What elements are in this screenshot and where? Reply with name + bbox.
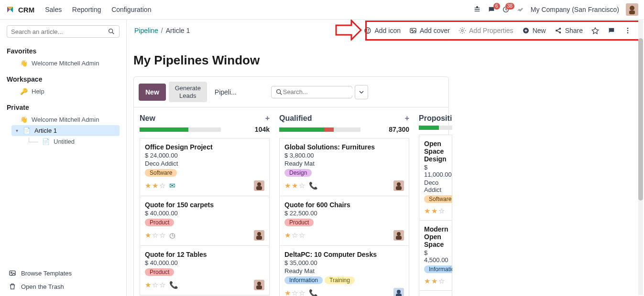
tag[interactable]: Design — [284, 169, 312, 177]
voip-icon[interactable] — [473, 6, 481, 13]
star-icon[interactable]: ★ — [424, 277, 430, 285]
tag[interactable]: Software — [424, 195, 452, 203]
star-icon[interactable]: ★ — [431, 207, 437, 215]
kanban-search[interactable] — [271, 86, 352, 98]
tag[interactable]: Information — [424, 265, 452, 273]
company-switch[interactable]: My Company (San Francisco) — [531, 6, 619, 13]
phone-icon[interactable]: 📞 — [309, 181, 318, 190]
card-customer: Ready Mat — [284, 267, 404, 275]
kanban-card[interactable]: Office Design Project $ 24,000.00 Deco A… — [140, 138, 270, 196]
tools-icon[interactable] — [516, 5, 524, 14]
more-menu-button[interactable] — [624, 27, 632, 34]
sidebar-private-root[interactable]: 👋Welcome Mitchell Admin — [17, 114, 120, 125]
kanban-column: Qualified+ 87,300 Global Solutions: Furn… — [279, 114, 409, 296]
share-button[interactable]: Share — [555, 27, 583, 34]
star-icon[interactable]: ☆ — [438, 277, 445, 285]
card-tags: Software — [145, 169, 264, 177]
kanban-card[interactable]: Modern Open Space $ 4,500.00 Information… — [419, 221, 452, 291]
messages-icon[interactable]: 6 — [488, 6, 495, 13]
star-icon[interactable]: ★ — [145, 231, 151, 240]
kanban-card[interactable]: Quote for 150 carpets $ 40,000.00 Produc… — [140, 196, 270, 246]
sidebar-fav-item[interactable]: 👋Welcome Mitchell Admin — [17, 58, 120, 69]
star-icon[interactable]: ★ — [145, 181, 151, 190]
star-icon[interactable]: ★ — [145, 281, 151, 289]
star-icon[interactable]: ☆ — [152, 281, 158, 289]
tag[interactable]: Information — [284, 276, 323, 284]
sidebar-untitled[interactable]: 📄Untitled — [26, 136, 120, 147]
card-priority: ★☆☆◷ — [145, 231, 175, 240]
star-icon[interactable]: ☆ — [299, 181, 305, 190]
kanban-card[interactable]: Quote for 600 Chairs $ 22,500.00 Product… — [279, 196, 409, 246]
generate-leads-button[interactable]: Generate Leads — [169, 82, 207, 102]
assignee-avatar[interactable] — [393, 288, 404, 296]
add-card-button[interactable]: + — [265, 114, 270, 123]
menu-configuration[interactable]: Configuration — [111, 6, 151, 13]
activities-icon[interactable]: 38 — [502, 6, 510, 13]
star-icon[interactable]: ☆ — [438, 207, 445, 215]
favorite-star-button[interactable] — [591, 27, 599, 34]
breadcrumb-root[interactable]: Pipeline — [134, 27, 158, 34]
kanban-card[interactable]: Global Solutions: Furnitures $ 3,800.00 … — [279, 138, 409, 196]
column-title[interactable]: New — [140, 114, 155, 123]
sidebar-help-item[interactable]: 🔑Help — [17, 86, 120, 97]
scrollbar-thumb[interactable] — [638, 38, 643, 201]
add-icon-button[interactable]: Add icon — [364, 27, 400, 34]
sidebar-search-input[interactable] — [11, 28, 108, 35]
add-card-button[interactable]: + — [405, 114, 409, 123]
browse-templates[interactable]: Browse Templates — [7, 266, 120, 280]
app-brand[interactable]: CRM — [18, 6, 34, 14]
scrollbar[interactable] — [638, 19, 643, 295]
menu-reporting[interactable]: Reporting — [72, 6, 101, 13]
tag[interactable]: Product — [145, 268, 174, 276]
star-icon[interactable]: ★ — [424, 207, 430, 215]
menu-sales[interactable]: Sales — [45, 6, 62, 13]
kanban-card[interactable]: Quote for 12 Tables $ 40,000.00 Product … — [140, 246, 270, 296]
filter-dropdown-button[interactable] — [355, 85, 368, 99]
open-trash[interactable]: Open the Trash — [7, 280, 120, 293]
column-title[interactable]: Qualified — [279, 114, 312, 123]
phone-icon[interactable]: 📞 — [309, 289, 318, 296]
tag[interactable]: Product — [145, 219, 174, 226]
card-money: $ 11,000.00 — [424, 164, 447, 178]
star-icon[interactable]: ☆ — [292, 231, 298, 240]
star-icon[interactable]: ★ — [152, 181, 158, 190]
caret-down-icon[interactable]: ▾ — [14, 128, 19, 133]
kanban-card[interactable]: DeltaPC: 10 Computer Desks $ 35,000.00 R… — [279, 246, 409, 296]
assignee-avatar[interactable] — [393, 180, 404, 191]
star-icon[interactable]: ☆ — [159, 181, 165, 190]
clock-icon[interactable]: ◷ — [169, 231, 175, 240]
sidebar-search[interactable] — [7, 25, 120, 38]
kanban-card[interactable]: Office Design and Architecture $ 9,000.0… — [419, 291, 452, 296]
new-record-button[interactable]: New — [139, 84, 166, 101]
new-button[interactable]: New — [522, 27, 546, 34]
user-avatar[interactable] — [626, 3, 638, 16]
column-title[interactable]: Proposition — [419, 114, 452, 123]
star-icon[interactable]: ☆ — [152, 231, 158, 240]
add-properties-button[interactable]: Add Properties — [458, 27, 513, 34]
top-nav: CRM Sales Reporting Configuration 6 38 M… — [0, 0, 644, 19]
add-cover-button[interactable]: Add cover — [409, 27, 450, 34]
kanban-card[interactable]: Open Space Design $ 11,000.00 Deco Addic… — [419, 135, 452, 221]
star-icon[interactable]: ★ — [292, 181, 298, 190]
star-icon[interactable]: ☆ — [159, 281, 165, 289]
star-icon[interactable]: ★ — [284, 289, 291, 296]
assignee-avatar[interactable] — [254, 230, 264, 241]
sidebar-article-1[interactable]: ▾📄Article 1 — [11, 125, 120, 136]
phone-icon[interactable]: 📞 — [169, 281, 178, 289]
star-icon[interactable]: ★ — [284, 181, 291, 190]
assignee-avatar[interactable] — [393, 230, 404, 241]
star-icon[interactable]: ☆ — [299, 289, 305, 296]
star-icon[interactable]: ☆ — [292, 289, 298, 296]
assignee-avatar[interactable] — [254, 280, 264, 290]
comments-button[interactable] — [608, 27, 615, 34]
star-icon[interactable]: ☆ — [159, 231, 165, 240]
tag[interactable]: Product — [284, 219, 314, 226]
star-icon[interactable]: ★ — [431, 277, 437, 285]
mail-icon[interactable]: ✉ — [169, 181, 175, 190]
tag[interactable]: Training — [325, 276, 355, 284]
star-icon[interactable]: ☆ — [299, 231, 305, 240]
kanban-search-input[interactable] — [283, 88, 363, 95]
assignee-avatar[interactable] — [254, 180, 264, 191]
star-icon[interactable]: ★ — [284, 231, 291, 240]
tag[interactable]: Software — [145, 169, 177, 177]
